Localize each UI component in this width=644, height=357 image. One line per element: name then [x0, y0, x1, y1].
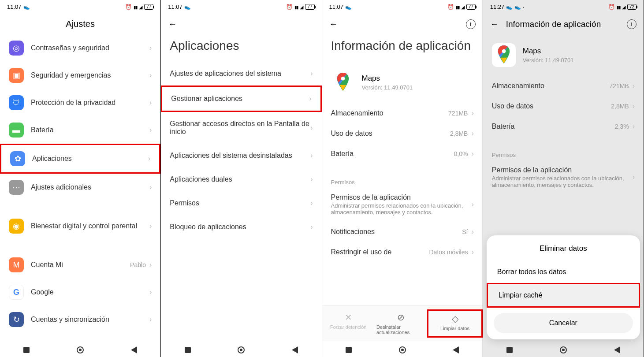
stat-item[interactable]: Almacenamiento 721MB: [483, 76, 644, 96]
nav-recents-icon[interactable]: [23, 347, 30, 353]
stat-label: Uso de datos: [331, 130, 450, 138]
status-bar: 11:07 👟 77: [161, 0, 321, 14]
settings-item[interactable]: 🛡 Protección de la privacidad: [0, 89, 160, 116]
clear-data-button[interactable]: ◇ Limpiar datos: [427, 309, 482, 338]
nav-recents-icon[interactable]: [185, 347, 191, 353]
settings-item[interactable]: ⋯ Ajustes adicionales: [0, 174, 160, 201]
chevron-icon: [149, 261, 152, 269]
app-permissions-item[interactable]: Permisos de la aplicación Administrar pe…: [322, 187, 483, 222]
item-label: Gestionar aplicaciones: [171, 95, 309, 103]
nav-back-icon[interactable]: [131, 346, 137, 353]
settings-item[interactable]: ✿ Aplicaciones: [0, 144, 160, 174]
stat-item[interactable]: Uso de datos 2,8MB: [483, 96, 644, 116]
apps-item[interactable]: Ajustes de aplicaciones del sistema: [161, 62, 321, 86]
chevron-icon: [149, 44, 152, 52]
apps-item[interactable]: Bloqueo de aplicaciones: [161, 215, 321, 239]
nav-home-icon[interactable]: [399, 346, 406, 353]
shoe-icon: 👟: [23, 4, 30, 10]
item-label: Cuentas y sincronización: [31, 316, 149, 324]
clear-cache-option[interactable]: Limpiar caché: [487, 283, 640, 308]
chevron-icon: [148, 155, 150, 163]
stat-item[interactable]: Batería 2,3%: [483, 116, 644, 137]
settings-item[interactable]: ◉ Bienestar digital y control parental: [0, 212, 160, 240]
stat-value: 0,0%: [454, 150, 468, 157]
chevron-icon: [149, 222, 152, 230]
maps-app-icon: [492, 43, 516, 67]
apps-list[interactable]: Ajustes de aplicaciones del sistema Gest…: [161, 62, 321, 341]
clear-all-data-option[interactable]: Borrar todos los datos: [487, 261, 640, 283]
item-icon: 🛡: [9, 95, 24, 110]
settings-item[interactable]: G Google: [0, 279, 160, 306]
settings-item[interactable]: ▣ Seguridad y emergencias: [0, 62, 160, 89]
chevron-icon: [633, 102, 635, 110]
chevron-icon: [310, 199, 313, 207]
cancel-button[interactable]: Cancelar: [494, 313, 633, 333]
apps-item[interactable]: Gestionar accesos directos en la Pantall…: [161, 112, 321, 144]
item-icon: ◎: [9, 41, 24, 56]
stat-item[interactable]: Uso de datos 2,8MB: [322, 123, 483, 144]
apps-item[interactable]: Gestionar aplicaciones: [161, 86, 321, 112]
settings-list[interactable]: ◎ Contraseñas y seguridad ▣ Seguridad y …: [0, 34, 160, 341]
app-header: Maps Versión: 11.49.0701: [483, 34, 644, 76]
nav-back-icon[interactable]: [614, 346, 620, 353]
nav-back-icon[interactable]: [292, 346, 298, 353]
page-title: Información de aplicación: [322, 34, 483, 62]
chevron-icon: [471, 201, 473, 208]
stat-value: 2,8MB: [450, 130, 468, 137]
force-stop-label: Forzar detención: [330, 324, 367, 330]
status-time: 11:27: [490, 4, 505, 10]
status-bar: 11:07 👟 77: [0, 0, 160, 14]
back-arrow-icon[interactable]: ←: [329, 19, 338, 29]
nav-recents-icon[interactable]: [346, 347, 352, 353]
chevron-icon: [149, 126, 152, 134]
apps-item[interactable]: Aplicaciones duales: [161, 167, 321, 191]
settings-item[interactable]: ▬ Batería: [0, 116, 160, 144]
restrict-item[interactable]: Restringir el uso de Datos móviles: [322, 242, 483, 262]
stat-value: 721MB: [448, 110, 468, 117]
app-info-list[interactable]: Maps Versión: 11.49.0701 Almacenamiento …: [322, 62, 483, 305]
info-icon[interactable]: i: [466, 19, 476, 29]
item-label: Google: [31, 288, 149, 296]
permissions-sublabel: Administrar permisos relacionados con la…: [492, 175, 633, 188]
nav-home-icon[interactable]: [560, 346, 567, 353]
settings-item[interactable]: ◎ Contraseñas y seguridad: [0, 34, 160, 62]
chevron-icon: [149, 316, 152, 324]
alarm-icon: [608, 4, 615, 10]
stat-item[interactable]: Batería 0,0%: [322, 144, 483, 164]
shoe-icon: 👟: [345, 4, 352, 10]
apps-item[interactable]: Aplicaciones del sistema desinstaladas: [161, 144, 321, 167]
item-icon: ▣: [9, 68, 24, 83]
apps-item[interactable]: Permisos: [161, 191, 321, 215]
settings-item[interactable]: M Cuenta Mi Pablo: [0, 251, 160, 279]
signal-icon: [294, 4, 298, 10]
nav-recents-icon[interactable]: [506, 347, 513, 353]
clear-data-label: Limpiar datos: [440, 326, 469, 331]
chevron-icon: [310, 70, 313, 78]
item-icon: G: [9, 285, 24, 300]
notifications-item[interactable]: Notificaciones Sí: [322, 222, 483, 242]
alarm-icon: [125, 4, 132, 10]
panel-settings: 11:07 👟 77 Ajustes ◎ Contraseñas y segur…: [0, 0, 161, 357]
header: ← i: [322, 14, 483, 34]
nav-home-icon[interactable]: [238, 346, 245, 353]
uninstall-button[interactable]: ⊘ Desinstalar actualizaciones: [375, 309, 427, 338]
back-arrow-icon[interactable]: ←: [168, 19, 177, 29]
restrict-value: Datos móviles: [429, 249, 468, 256]
wifi-icon: [461, 4, 465, 10]
item-icon: ▬: [9, 123, 24, 138]
stat-label: Almacenamiento: [331, 109, 449, 117]
app-version: Versión: 11.49.0701: [523, 57, 574, 63]
item-label: Bloqueo de aplicaciones: [170, 223, 310, 231]
stat-item[interactable]: Almacenamiento 721MB: [322, 103, 483, 123]
back-arrow-icon[interactable]: ←: [490, 19, 499, 29]
info-icon[interactable]: i: [627, 19, 637, 29]
item-label: Seguridad y emergencias: [31, 71, 149, 79]
stat-value: 721MB: [609, 82, 629, 89]
chevron-icon: [633, 82, 635, 90]
chevron-icon: [471, 130, 473, 138]
item-label: Aplicaciones: [32, 155, 148, 163]
settings-item[interactable]: ↻ Cuentas y sincronización: [0, 306, 160, 333]
chevron-icon: [310, 124, 313, 132]
nav-home-icon[interactable]: [77, 346, 84, 353]
nav-back-icon[interactable]: [453, 346, 459, 353]
